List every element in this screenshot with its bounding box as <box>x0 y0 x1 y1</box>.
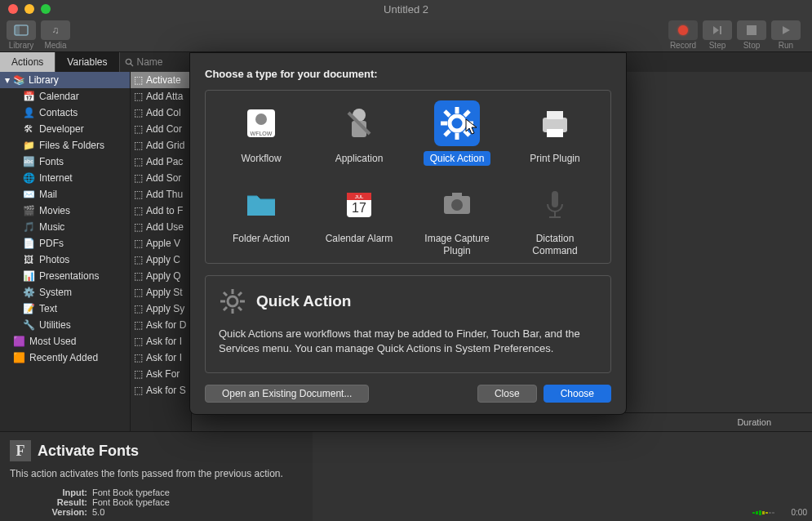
action-item[interactable]: ⬚Ask for I <box>131 350 191 366</box>
doc-type-quick-action[interactable]: Quick Action <box>408 100 506 166</box>
library-item[interactable]: 🖼Photos <box>0 252 130 268</box>
doc-type-workflow[interactable]: WFLOWWorkflow <box>212 100 310 166</box>
description-text: Quick Actions are workflows that may be … <box>219 327 597 355</box>
svg-line-25 <box>464 131 469 136</box>
open-existing-document-button[interactable]: Open an Existing Document... <box>205 385 369 403</box>
library-item[interactable]: 🔤Fonts <box>0 154 130 170</box>
svg-line-27 <box>445 131 450 136</box>
library-item[interactable]: ⚙️System <box>0 284 130 301</box>
library-item[interactable]: ✉️Mail <box>0 186 130 203</box>
library-item[interactable]: 📝Text <box>0 301 130 317</box>
action-item[interactable]: ⬚Add Pac <box>131 154 191 170</box>
action-item[interactable]: ⬚Apply Sy <box>131 301 191 317</box>
image-capture-plugin-icon <box>434 180 480 226</box>
action-icon: ⬚ <box>134 319 143 331</box>
category-icon: 🌐 <box>23 172 34 184</box>
choose-button[interactable]: Choose <box>544 385 611 403</box>
action-item-label: Apply Q <box>146 270 181 282</box>
action-item[interactable]: ⬚Add Cor <box>131 121 191 137</box>
action-item[interactable]: ⬚Ask for D <box>131 317 191 333</box>
action-item[interactable]: ⬚Activate <box>131 72 191 88</box>
svg-rect-1 <box>15 25 20 35</box>
library-item[interactable]: 🎬Movies <box>0 203 130 219</box>
library-most-used[interactable]: 🟪Most Used <box>0 333 130 350</box>
action-item[interactable]: ⬚Apply St <box>131 284 191 301</box>
svg-text:17: 17 <box>352 201 366 215</box>
media-toolbar-button[interactable]: ♫ Media <box>41 20 70 50</box>
doc-type-application[interactable]: Application <box>310 100 408 166</box>
action-item[interactable]: ⬚Apply Q <box>131 268 191 284</box>
doc-type-dictation-command[interactable]: Dictation Command <box>506 180 604 258</box>
action-item[interactable]: ⬚Ask For <box>131 366 191 382</box>
action-detail-title: Activate Fonts <box>38 443 139 460</box>
library-item-label: Files & Folders <box>39 140 104 151</box>
action-item[interactable]: ⬚Apple V <box>131 235 191 252</box>
step-toolbar-label: Step <box>709 41 726 50</box>
close-window-icon[interactable] <box>8 4 18 14</box>
action-item[interactable]: ⬚Add Grid <box>131 137 191 154</box>
action-item[interactable]: ⬚Add Atta <box>131 88 191 105</box>
action-item[interactable]: ⬚Add Thu <box>131 186 191 203</box>
action-icon: ⬚ <box>134 303 143 314</box>
library-item-label: System <box>39 287 72 298</box>
library-header[interactable]: ▾ 📚 Library <box>0 72 130 88</box>
category-icon: 👤 <box>23 107 34 118</box>
library-item[interactable]: 📄PDFs <box>0 235 130 252</box>
doc-type-label: Quick Action <box>424 151 491 166</box>
action-item[interactable]: ⬚Add Sor <box>131 170 191 186</box>
disclosure-triangle-icon: ▾ <box>5 74 10 86</box>
library-item[interactable]: 🔧Utilities <box>0 317 130 333</box>
library-item[interactable]: 🛠Developer <box>0 121 130 137</box>
svg-rect-12 <box>772 512 774 514</box>
category-icon: 📅 <box>23 91 34 102</box>
record-toolbar-button[interactable]: Record <box>668 20 698 50</box>
action-item[interactable]: ⬚Apply C <box>131 252 191 268</box>
library-category-list[interactable]: ▾ 📚 Library 📅Calendar👤Contacts🛠Developer… <box>0 72 131 431</box>
action-item-label: Add Atta <box>146 91 183 102</box>
library-recently-added[interactable]: 🟧Recently Added <box>0 350 130 366</box>
svg-rect-37 <box>452 193 462 198</box>
duration-column-header: Duration <box>313 413 812 431</box>
doc-type-print-plugin[interactable]: Print Plugin <box>506 100 604 166</box>
doc-type-image-capture-plugin[interactable]: Image Capture Plugin <box>408 180 506 258</box>
library-item[interactable]: 🎵Music <box>0 219 130 235</box>
action-item[interactable]: ⬚Add Use <box>131 219 191 235</box>
library-search[interactable]: Name <box>120 52 185 72</box>
action-item[interactable]: ⬚Add Col <box>131 105 191 121</box>
tab-variables[interactable]: Variables <box>55 52 119 72</box>
minimize-window-icon[interactable] <box>24 4 34 14</box>
action-icon: ⬚ <box>134 270 143 282</box>
fonts-icon: F <box>10 440 31 461</box>
folder-action-icon <box>238 180 284 226</box>
action-item[interactable]: ⬚Ask for I <box>131 333 191 350</box>
library-item[interactable]: 👤Contacts <box>0 105 130 121</box>
doc-type-calendar-alarm[interactable]: 17JULCalendar Alarm <box>310 180 408 258</box>
action-list[interactable]: ⬚Activate⬚Add Atta⬚Add Col⬚Add Cor⬚Add G… <box>131 72 192 431</box>
tab-actions[interactable]: Actions <box>0 52 55 72</box>
close-button[interactable]: Close <box>477 385 537 403</box>
library-item[interactable]: 📊Presentations <box>0 268 130 284</box>
run-icon <box>771 20 801 40</box>
action-item-label: Add Thu <box>146 189 183 200</box>
action-item-label: Add Pac <box>146 156 183 167</box>
calendar-alarm-icon: 17JUL <box>336 180 382 226</box>
library-item[interactable]: 🌐Internet <box>0 170 130 186</box>
category-icon: ✉️ <box>23 189 34 200</box>
action-icon: ⬚ <box>134 287 143 298</box>
library-item-label: Presentations <box>39 270 99 282</box>
run-toolbar-button[interactable]: Run <box>771 20 801 50</box>
svg-rect-10 <box>765 512 768 514</box>
library-item[interactable]: 📁Files & Folders <box>0 137 130 154</box>
library-item[interactable]: 📅Calendar <box>0 88 130 105</box>
action-item[interactable]: ⬚Add to F <box>131 203 191 219</box>
action-item-label: Ask for I <box>146 352 182 363</box>
input-value: Font Book typeface <box>92 488 170 497</box>
category-icon: 🔤 <box>23 156 34 167</box>
svg-rect-30 <box>547 129 563 137</box>
stop-toolbar-button[interactable]: Stop <box>737 20 766 50</box>
doc-type-folder-action[interactable]: Folder Action <box>212 180 310 258</box>
library-toolbar-button[interactable]: Library <box>7 20 36 50</box>
action-item[interactable]: ⬚Ask for S <box>131 382 191 399</box>
step-toolbar-button[interactable]: Step <box>703 20 732 50</box>
zoom-window-icon[interactable] <box>41 4 51 14</box>
